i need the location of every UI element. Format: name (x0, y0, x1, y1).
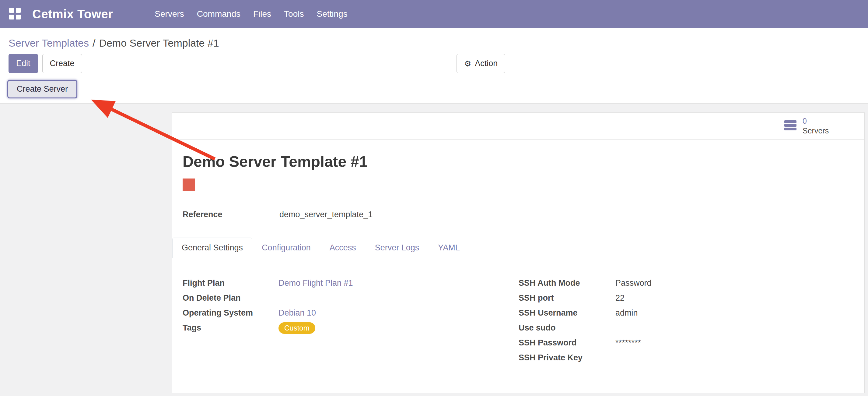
ssh-auth-mode-value: Password (610, 276, 854, 291)
nav-item-servers[interactable]: Servers (148, 9, 190, 19)
operating-system-label: Operating System (183, 308, 274, 318)
breadcrumb-current: Demo Server Template #1 (99, 37, 219, 49)
general-settings-right-group: SSH Auth Mode Password SSH port 22 SSH U… (519, 276, 854, 365)
tags-label: Tags (183, 323, 274, 333)
use-sudo-value (610, 320, 854, 335)
sheet-body: Demo Server Template #1 Reference demo_s… (172, 153, 864, 221)
control-panel: Server Templates/Demo Server Template #1… (0, 28, 868, 104)
reference-field-row: Reference demo_server_template_1 (183, 208, 854, 221)
template-color-swatch (183, 178, 195, 191)
field-row-use-sudo: Use sudo (519, 320, 854, 335)
nav-item-files[interactable]: Files (247, 9, 278, 19)
ssh-port-value: 22 (610, 291, 854, 306)
field-row-ssh-username: SSH Username admin (519, 306, 854, 320)
ssh-username-value: admin (610, 306, 854, 320)
on-delete-plan-label: On Delete Plan (183, 293, 274, 303)
control-panel-buttons: Edit Create ⚙ Action (0, 51, 868, 78)
servers-count: 0 (803, 116, 829, 126)
tab-panel-general-settings: Flight Plan Demo Flight Plan #1 On Delet… (172, 276, 864, 365)
general-settings-left-group: Flight Plan Demo Flight Plan #1 On Delet… (183, 276, 519, 365)
action-button-label: Action (475, 59, 498, 67)
ssh-port-label: SSH port (519, 293, 610, 303)
operating-system-link[interactable]: Debian 10 (278, 308, 316, 317)
create-button[interactable]: Create (42, 54, 82, 73)
tag-badge-custom: Custom (278, 322, 315, 334)
form-statusbar: Create Server (0, 78, 868, 104)
field-row-flight-plan: Flight Plan Demo Flight Plan #1 (183, 276, 519, 291)
tab-access[interactable]: Access (320, 237, 366, 258)
flight-plan-link[interactable]: Demo Flight Plan #1 (278, 278, 353, 288)
field-row-on-delete-plan: On Delete Plan (183, 291, 519, 306)
stat-text: 0 Servers (803, 116, 829, 136)
edit-button[interactable]: Edit (8, 54, 38, 73)
tab-configuration[interactable]: Configuration (252, 237, 320, 258)
use-sudo-label: Use sudo (519, 323, 610, 333)
tab-bar: General Settings Configuration Access Se… (172, 237, 864, 258)
action-button[interactable]: ⚙ Action (457, 54, 505, 73)
tab-yaml[interactable]: YAML (429, 237, 469, 258)
gear-icon: ⚙ (464, 60, 471, 67)
nav-item-settings[interactable]: Settings (310, 9, 354, 19)
content-area: 0 Servers Demo Server Template #1 Refere… (0, 104, 868, 393)
field-row-ssh-password: SSH Password ******** (519, 335, 854, 350)
main-menu: Servers Commands Files Tools Settings (148, 9, 354, 19)
app-brand[interactable]: Cetmix Tower (32, 7, 113, 21)
servers-count-label: Servers (803, 126, 829, 136)
reference-value: demo_server_template_1 (274, 208, 373, 221)
reference-label: Reference (183, 208, 274, 221)
field-row-ssh-auth-mode: SSH Auth Mode Password (519, 276, 854, 291)
top-navbar: Cetmix Tower Servers Commands Files Tool… (0, 0, 868, 28)
servers-stat-button[interactable]: 0 Servers (777, 113, 864, 139)
server-stack-icon (784, 120, 797, 133)
nav-item-tools[interactable]: Tools (278, 9, 310, 19)
tab-server-logs[interactable]: Server Logs (366, 237, 429, 258)
breadcrumb-separator: / (93, 37, 95, 49)
ssh-password-value: ******** (610, 335, 854, 350)
nav-item-commands[interactable]: Commands (190, 9, 247, 19)
field-row-ssh-private-key: SSH Private Key (519, 350, 854, 365)
ssh-auth-mode-label: SSH Auth Mode (519, 278, 610, 288)
flight-plan-label: Flight Plan (183, 278, 274, 288)
ssh-password-label: SSH Password (519, 338, 610, 347)
form-sheet: 0 Servers Demo Server Template #1 Refere… (172, 112, 865, 393)
ssh-private-key-value (610, 350, 854, 365)
ssh-private-key-label: SSH Private Key (519, 353, 610, 363)
breadcrumb: Server Templates/Demo Server Template #1 (0, 28, 868, 51)
field-row-tags: Tags Custom (183, 320, 519, 335)
field-row-operating-system: Operating System Debian 10 (183, 306, 519, 320)
page-title: Demo Server Template #1 (183, 153, 854, 171)
create-server-button[interactable]: Create Server (7, 80, 77, 98)
tab-general-settings[interactable]: General Settings (172, 237, 252, 258)
apps-grid-icon[interactable] (9, 8, 21, 20)
breadcrumb-server-templates-link[interactable]: Server Templates (8, 37, 89, 49)
ssh-username-label: SSH Username (519, 308, 610, 318)
sheet-top-strip: 0 Servers (172, 113, 864, 140)
field-row-ssh-port: SSH port 22 (519, 291, 854, 306)
